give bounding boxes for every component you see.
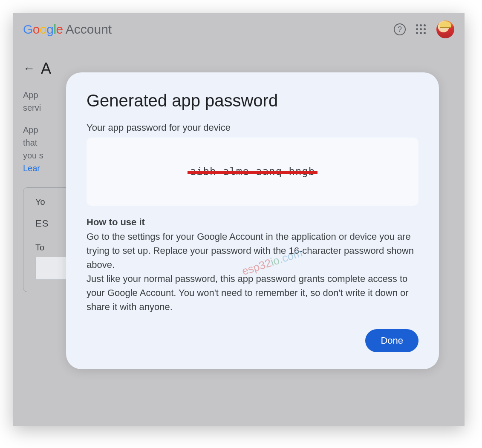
modal-subtitle: Your app password for your device: [87, 122, 419, 133]
intro-line: servi: [23, 103, 41, 112]
entry-name: ES: [35, 218, 49, 229]
intro-line: App: [23, 90, 38, 100]
modal-actions: Done: [87, 329, 419, 352]
howto-paragraph-1: Go to the settings for your Google Accou…: [87, 230, 419, 272]
intro-line: you s: [23, 151, 43, 160]
back-arrow-icon[interactable]: ←: [23, 63, 35, 75]
generated-password-redacted: aibh alme aanq hngb: [190, 166, 315, 178]
logo-block: Google Account: [23, 22, 112, 37]
apps-grid-icon[interactable]: [416, 24, 426, 34]
profile-avatar[interactable]: [436, 20, 454, 38]
intro-line: that: [23, 138, 37, 147]
learn-more-link[interactable]: Lear: [23, 164, 40, 173]
howto-heading: How to use it: [87, 217, 419, 228]
page-title: A: [41, 60, 51, 78]
help-icon[interactable]: ?: [394, 23, 406, 35]
intro-line: App: [23, 125, 38, 135]
page-background: Google Account ? ← A App servi App that …: [13, 13, 465, 426]
howto-paragraph-2: Just like your normal password, this app…: [87, 272, 419, 314]
header-bar: Google Account ?: [13, 13, 465, 48]
generated-password-modal: Generated app password Your app password…: [66, 72, 439, 369]
modal-title: Generated app password: [87, 91, 419, 110]
done-button[interactable]: Done: [365, 329, 419, 352]
header-actions: ?: [394, 20, 454, 38]
password-display-box: aibh alme aanq hngb: [87, 138, 419, 206]
google-logo: Google: [23, 22, 63, 37]
account-label: Account: [66, 22, 112, 37]
